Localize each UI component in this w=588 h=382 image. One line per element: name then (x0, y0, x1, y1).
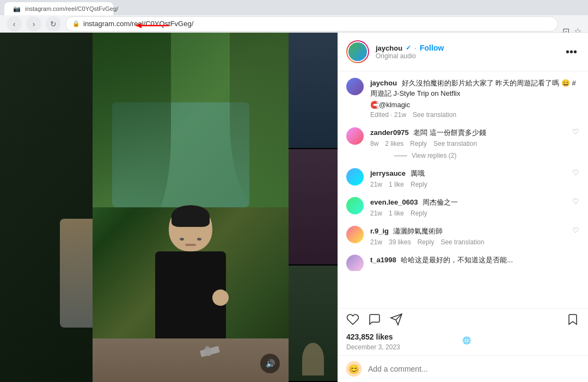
verified-badge: ✓ (406, 44, 411, 52)
comment-3-time: 21w (370, 210, 382, 217)
comment-2-likes: 1 like (389, 181, 404, 188)
comment-2: jerrysauce 厲哦 ♡ 21w 1 like Reply (346, 168, 579, 188)
comment-3-body: even.lee_0603 周杰倫之一 ♡ 21w 1 like Reply (370, 197, 579, 217)
comment-5-partial: t_a1998 哈哈这是最好的，不知道这是否能... (346, 255, 579, 271)
more-options-button[interactable]: ••• (564, 44, 579, 60)
add-comment-section: 😊 (338, 355, 588, 382)
comment-1-avatar[interactable] (346, 127, 364, 145)
comment-4: r.9_ig 瀟灑帥氣魔術師 ♡ 21w 39 likes Reply See … (346, 226, 579, 246)
avatar-inner (347, 41, 368, 62)
comments-section[interactable]: jaychou 好久沒拍魔術的影片給大家了 昨天的周遊記看了嗎 😄 #周遊記 J… (338, 71, 588, 308)
comment-2-text: 厲哦 (411, 169, 425, 177)
comment-4-likes: 39 likes (389, 238, 411, 246)
comment-4-like-icon[interactable]: ♡ (572, 226, 579, 235)
left-background (0, 33, 93, 382)
comment-5-username: t_a1998 (370, 256, 396, 264)
comment-1-translate[interactable]: See translation (433, 140, 477, 147)
comment-1-likes-count: 2 likes (385, 140, 403, 147)
side-thumbnails (289, 33, 338, 382)
comment-1: zander0975 老闆 這一份餅賣多少錢 ♡ 8w 2 likes Repl… (346, 127, 579, 159)
video-section[interactable]: 🔊 (93, 33, 289, 382)
caption-username[interactable]: jaychou (370, 79, 397, 87)
share-button[interactable] (390, 313, 403, 329)
save-button[interactable] (566, 313, 579, 329)
watermark-icon: 🌐 (462, 336, 471, 344)
comment-4-reply-btn[interactable]: Reply (418, 238, 434, 246)
see-translation-link[interactable]: See translation (413, 111, 456, 119)
actions-bar: 423,852 likes December 3, 2023 (338, 308, 588, 355)
address-bar[interactable]: 🔒 instagram.com/reel/C0YQstFvGeg/ (65, 16, 558, 32)
browser-tabs: 📷 instagram.com/reel/C0YQstFvGeg/ (0, 0, 588, 15)
forward-button[interactable]: › (26, 16, 41, 32)
comment-5-text: 哈哈这是最好的，不知道这是否能... (401, 256, 513, 264)
post-header-info: jaychou ✓ · Follow Original audio (376, 44, 557, 60)
video-background (93, 33, 289, 382)
right-panel: jaychou ✓ · Follow Original audio ••• ja… (338, 33, 588, 382)
caption-text: 好久沒拍魔術的影片給大家了 昨天的周遊記看了嗎 😄 #周遊記 J-Style T… (370, 79, 576, 97)
comment-2-time: 21w (370, 181, 382, 188)
caption-avatar[interactable] (346, 78, 364, 95)
comment-2-reply-btn[interactable]: Reply (411, 181, 427, 188)
comment-5-avatar (346, 255, 364, 271)
comment-1-time: 8w (370, 140, 378, 147)
comment-3-likes: 1 like (389, 210, 404, 217)
thumbnail-2[interactable] (289, 149, 338, 266)
comment-2-like-icon[interactable]: ♡ (572, 168, 579, 177)
current-user-avatar: 😊 (346, 361, 362, 377)
like-button[interactable] (346, 313, 359, 329)
comment-4-translate[interactable]: See translation (440, 238, 484, 246)
watermark-text: 公众号 · C姐说品牌 (473, 335, 534, 345)
tab-title: instagram.com/reel/C0YQstFvGeg/ (25, 5, 118, 12)
view-replies-1[interactable]: View replies (2) (394, 152, 579, 159)
follow-button[interactable]: Follow (420, 44, 444, 52)
comment-4-avatar[interactable] (346, 226, 364, 243)
url-text: instagram.com/reel/C0YQstFvGeg/ (83, 20, 193, 28)
caption-body: jaychou 好久沒拍魔術的影片給大家了 昨天的周遊記看了嗎 😄 #周遊記 J… (370, 78, 579, 119)
comment-2-avatar[interactable] (346, 168, 364, 186)
post-caption: jaychou 好久沒拍魔術的影片給大家了 昨天的周遊記看了嗎 😄 #周遊記 J… (346, 78, 579, 119)
comment-1-like-icon[interactable]: ♡ (572, 127, 579, 136)
comment-3-like-icon[interactable]: ♡ (572, 197, 579, 206)
comment-2-meta: 21w 1 like Reply (370, 181, 579, 188)
lock-icon: 🔒 (72, 20, 80, 27)
post-username[interactable]: jaychou (376, 44, 402, 52)
comment-3-meta: 21w 1 like Reply (370, 210, 579, 217)
comment-1-body: zander0975 老闆 這一份餅賣多少錢 ♡ 8w 2 likes Repl… (370, 127, 579, 159)
comment-1-reply-btn[interactable]: Reply (410, 140, 427, 147)
comment-button[interactable] (368, 313, 381, 329)
caption-time: Edited · 21w (370, 111, 406, 119)
original-audio[interactable]: Original audio (376, 52, 557, 60)
comment-4-time: 21w (370, 238, 382, 246)
comment-1-username[interactable]: zander0975 (370, 128, 409, 137)
mute-icon: 🔊 (266, 359, 275, 368)
post-header: jaychou ✓ · Follow Original audio ••• (338, 33, 588, 71)
comment-2-body: jerrysauce 厲哦 ♡ 21w 1 like Reply (370, 168, 579, 188)
replies-text: View replies (2) (412, 152, 456, 159)
action-icons (346, 313, 579, 329)
comment-4-text: 瀟灑帥氣魔術師 (393, 227, 443, 235)
replies-line (394, 156, 407, 156)
comment-input[interactable] (368, 365, 579, 373)
caption-tag[interactable]: 🧲@klmagic (370, 101, 579, 109)
comment-3-avatar[interactable] (346, 197, 364, 214)
video-controls: 🔊 (260, 354, 280, 373)
comment-4-username[interactable]: r.9_ig (370, 227, 389, 235)
comment-3-reply-btn[interactable]: Reply (411, 210, 427, 217)
comment-2-username[interactable]: jerrysauce (370, 169, 406, 177)
thumbnail-3[interactable] (289, 266, 338, 382)
comment-1-meta: 8w 2 likes Reply See translation (370, 140, 579, 147)
watermark: 🌐 公众号 · C姐说品牌 (462, 335, 534, 345)
post-avatar[interactable] (346, 40, 369, 63)
back-button[interactable]: ‹ (7, 16, 22, 32)
tab-favicon: 📷 (13, 5, 21, 13)
refresh-button[interactable]: ↻ (46, 16, 61, 32)
thumbnail-1[interactable] (289, 33, 338, 149)
active-tab[interactable]: 📷 instagram.com/reel/C0YQstFvGeg/ (4, 2, 113, 15)
comment-1-text: 老闆 這一份餅賣多少錢 (413, 128, 486, 137)
avatar-image (348, 41, 367, 62)
comment-3-username[interactable]: even.lee_0603 (370, 198, 418, 206)
mute-button[interactable]: 🔊 (260, 354, 280, 373)
comment-4-body: r.9_ig 瀟灑帥氣魔術師 ♡ 21w 39 likes Reply See … (370, 226, 579, 246)
comment-4-meta: 21w 39 likes Reply See translation (370, 238, 579, 246)
browser-chrome: 📷 instagram.com/reel/C0YQstFvGeg/ ‹ › ↻ … (0, 0, 588, 33)
